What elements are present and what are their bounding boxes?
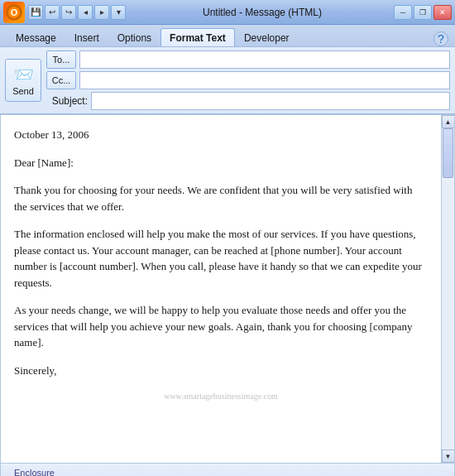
subject-row: Subject: xyxy=(46,92,450,110)
to-row: To... xyxy=(46,50,450,69)
ribbon: Message Insert Options Format Text Devel… xyxy=(0,25,455,47)
email-footer: Enclosure xyxy=(14,468,55,477)
scrollbar[interactable]: ▲ ▼ xyxy=(441,115,454,463)
body-scroll-area: October 13, 2006 Dear [Name]: Thank you … xyxy=(1,115,454,463)
subject-label: Subject: xyxy=(46,95,88,107)
send-icon: 📨 xyxy=(13,65,34,84)
email-para2: Thank you for choosing for your needs. W… xyxy=(14,182,428,214)
cc-input[interactable] xyxy=(79,71,450,89)
minimize-button[interactable]: ─ xyxy=(394,5,412,20)
email-body[interactable]: October 13, 2006 Dear [Name]: Thank you … xyxy=(1,115,441,463)
body-and-scroll: October 13, 2006 Dear [Name]: Thank you … xyxy=(1,115,454,476)
quick-access-toolbar: 💾 ↩ ↪ ◂ ▸ ▾ xyxy=(28,5,126,20)
menu-tool-btn[interactable]: ▾ xyxy=(111,5,126,20)
to-button[interactable]: To... xyxy=(46,50,76,69)
email-para4: As your needs change, we will be happy t… xyxy=(14,302,428,351)
help-button[interactable]: ? xyxy=(433,31,448,46)
scroll-thumb[interactable] xyxy=(443,128,453,178)
bottom-bar: Enclosure xyxy=(1,463,454,476)
subject-input[interactable] xyxy=(91,92,450,110)
back-tool-btn[interactable]: ◂ xyxy=(78,5,93,20)
send-button[interactable]: 📨 Send xyxy=(5,59,41,102)
tab-message[interactable]: Message xyxy=(7,28,65,46)
compose-bar: 📨 Send To... Cc... Subject: xyxy=(0,47,455,114)
window-title: Untitled - Message (HTML) xyxy=(131,7,394,18)
restore-button[interactable]: ❐ xyxy=(414,5,432,20)
tab-developer[interactable]: Developer xyxy=(235,28,299,46)
email-container: October 13, 2006 Dear [Name]: Thank you … xyxy=(0,114,455,476)
send-label: Send xyxy=(12,86,34,96)
scroll-up-arrow[interactable]: ▲ xyxy=(442,115,455,128)
redo-tool-btn[interactable]: ↪ xyxy=(61,5,76,20)
svg-text:O: O xyxy=(11,7,18,17)
email-para3: The information enclosed will help you m… xyxy=(14,226,428,291)
email-watermark: www.smartagebusinessimage.com xyxy=(14,390,428,402)
to-input[interactable] xyxy=(79,50,450,69)
email-date: October 13, 2006 xyxy=(14,127,428,143)
email-closing: Sincerely, xyxy=(14,363,428,379)
tab-options[interactable]: Options xyxy=(108,28,160,46)
undo-tool-btn[interactable]: ↩ xyxy=(45,5,60,20)
tab-insert[interactable]: Insert xyxy=(65,28,108,46)
title-bar: O 💾 ↩ ↪ ◂ ▸ ▾ Untitled - Message (HTML) … xyxy=(0,0,455,25)
close-button[interactable]: ✕ xyxy=(433,5,452,20)
scroll-track[interactable] xyxy=(442,128,454,450)
forward-tool-btn[interactable]: ▸ xyxy=(94,5,109,20)
compose-row: 📨 Send To... Cc... Subject: xyxy=(5,50,450,110)
cc-button[interactable]: Cc... xyxy=(46,71,76,89)
email-greeting: Dear [Name]: xyxy=(14,155,428,171)
save-tool-btn[interactable]: 💾 xyxy=(28,5,43,20)
app-logo: O xyxy=(3,2,25,23)
compose-fields: To... Cc... Subject: xyxy=(46,50,450,110)
window-controls: ─ ❐ ✕ xyxy=(394,5,452,20)
scroll-down-arrow[interactable]: ▼ xyxy=(442,450,455,463)
tab-format-text[interactable]: Format Text xyxy=(160,28,235,46)
ribbon-tab-bar: Message Insert Options Format Text Devel… xyxy=(0,25,455,46)
cc-row: Cc... xyxy=(46,71,450,89)
